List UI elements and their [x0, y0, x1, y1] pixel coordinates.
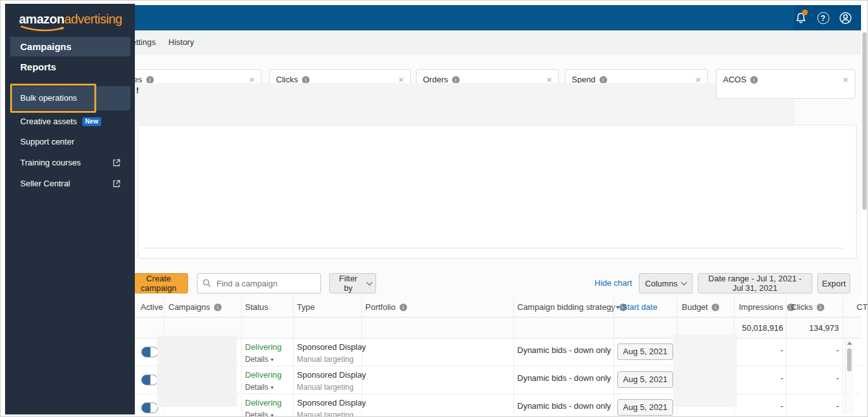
account-icon[interactable] [839, 11, 852, 25]
export-button[interactable]: Export [817, 273, 850, 293]
tab-history[interactable]: History [168, 30, 194, 54]
sidebar-item-training-courses[interactable]: Training courses [5, 157, 135, 169]
clicks-value: - [786, 345, 839, 355]
table-scrollbar[interactable] [845, 339, 853, 414]
info-icon[interactable]: i [214, 304, 222, 311]
new-badge: New [82, 117, 102, 126]
column-divider [613, 297, 614, 414]
col-header-bidding-strategy[interactable]: Campaign bidding strategyi [517, 297, 627, 318]
info-icon[interactable]: i [146, 76, 154, 84]
col-header-campaigns[interactable]: Campaignsi [168, 297, 222, 318]
clicks-value: - [786, 373, 839, 383]
details-dropdown[interactable]: Details ▾ [245, 411, 282, 417]
campaign-type: Sponsored Display [297, 370, 366, 380]
notifications-bell-icon[interactable] [794, 11, 807, 25]
col-header-portfolio[interactable]: Portfolioi [365, 297, 407, 318]
external-link-icon [112, 158, 121, 167]
column-divider [293, 297, 294, 414]
sort-desc-icon: ▾ [616, 304, 619, 311]
scroll-up-icon[interactable] [847, 342, 852, 345]
impressions-value: - [733, 345, 783, 355]
col-header-clicks[interactable]: Clicksi [791, 297, 824, 318]
bidding-strategy: Dynamic bids - down only [517, 345, 611, 355]
active-toggle[interactable] [141, 347, 158, 357]
caret-down-icon: ▾ [271, 357, 274, 362]
campaign-search-box[interactable] [197, 273, 321, 293]
active-toggle[interactable] [141, 402, 158, 413]
total-clicks: 134,973 [786, 318, 839, 338]
campaign-type: Sponsored Display [297, 398, 366, 407]
sidebar-item-creative-assets[interactable]: Creative assets New [5, 115, 135, 128]
top-navbar: ? [135, 5, 861, 30]
info-icon[interactable]: i [750, 76, 758, 84]
notification-dot [802, 10, 808, 15]
chart-axis-baseline [142, 248, 843, 248]
col-header-type[interactable]: Type [297, 297, 315, 318]
search-icon [203, 279, 211, 288]
sidebar-item-bulk-operations[interactable]: Bulk operations [5, 92, 150, 105]
clicks-value: - [786, 401, 839, 411]
targeting-type: Manual targeting [297, 411, 366, 417]
col-header-ctr[interactable]: CTR [857, 297, 868, 318]
sidebar-item-campaigns[interactable]: Campaigns [10, 37, 130, 56]
sidebar-item-seller-central[interactable]: Seller Central [5, 177, 135, 190]
col-header-start-date[interactable]: ▾Start date [616, 297, 657, 318]
search-input[interactable] [215, 278, 313, 289]
campaign-names-redaction [157, 336, 237, 407]
create-campaign-button[interactable]: Create campaign [129, 273, 188, 293]
status-text: Delivering [245, 370, 282, 380]
chevron-down-icon [681, 279, 688, 286]
budget-values-redaction [673, 335, 737, 407]
amazon-advertising-app-window: ? Settings History Salesi× Clicksi× Orde… [0, 0, 868, 417]
campaign-type: Sponsored Display [297, 342, 366, 352]
info-icon[interactable]: i [817, 304, 824, 311]
amazon-smile-icon [20, 25, 70, 33]
targeting-type: Manual targeting [297, 383, 366, 392]
total-impressions: 50,018,916 [733, 318, 783, 338]
bidding-strategy: Dynamic bids - down only [517, 401, 611, 411]
sidebar-menu: amazonadvertising Campaigns Reports Bulk… [5, 4, 135, 414]
start-date-input[interactable]: Aug 5, 2021 [617, 371, 673, 388]
table-totals-row: 50,018,916 134,973 [135, 318, 861, 338]
col-header-budget[interactable]: Budgeti [682, 297, 719, 318]
status-text: Delivering [245, 342, 282, 352]
campaign-rows: Delivering Details ▾ Sponsored Display M… [135, 338, 861, 417]
external-link-icon [112, 179, 121, 188]
impressions-value: - [733, 373, 783, 383]
column-divider [786, 297, 786, 414]
section-tabbar: Settings History [135, 30, 861, 54]
navbar-account-section: ? [794, 5, 861, 30]
start-date-input[interactable]: Aug 5, 2021 [617, 399, 673, 416]
caret-down-icon: ▾ [271, 413, 274, 417]
column-divider [513, 297, 514, 414]
column-divider [241, 297, 242, 414]
date-range-button[interactable]: Date range - Jul 1, 2021 - Jul 31, 2021 [698, 273, 812, 293]
info-icon[interactable]: i [712, 304, 719, 311]
sidebar-item-reports[interactable]: Reports [5, 60, 150, 75]
info-icon[interactable]: i [600, 76, 607, 84]
hide-chart-link[interactable]: Hide chart [594, 273, 632, 293]
col-header-status[interactable]: Status [245, 297, 268, 318]
close-icon[interactable]: × [843, 75, 848, 84]
amazon-advertising-logo[interactable]: amazonadvertising [19, 12, 122, 27]
table-scrollbar-thumb[interactable] [847, 349, 852, 371]
chevron-down-icon [367, 279, 373, 286]
filter-by-button[interactable]: Filter by [329, 273, 376, 293]
table-row: Delivering Details ▾ Sponsored Display M… [135, 366, 861, 394]
status-text: Delivering [245, 398, 282, 407]
table-row: Delivering Details ▾ Sponsored Display M… [135, 394, 861, 417]
impressions-value: - [733, 401, 783, 411]
sidebar-item-support-center[interactable]: Support center [5, 136, 135, 148]
start-date-input[interactable]: Aug 5, 2021 [617, 343, 673, 360]
page-scrollbar[interactable] [862, 32, 867, 210]
info-icon[interactable]: i [399, 304, 407, 311]
col-header-active[interactable]: Active [141, 297, 163, 318]
details-dropdown[interactable]: Details ▾ [245, 355, 282, 364]
info-icon[interactable]: i [302, 76, 310, 84]
info-icon[interactable]: i [452, 76, 460, 84]
columns-button[interactable]: Columns [639, 273, 693, 293]
active-toggle[interactable] [141, 375, 158, 385]
caret-down-icon: ▾ [271, 385, 274, 390]
help-icon[interactable]: ? [816, 11, 829, 25]
details-dropdown[interactable]: Details ▾ [245, 383, 282, 392]
